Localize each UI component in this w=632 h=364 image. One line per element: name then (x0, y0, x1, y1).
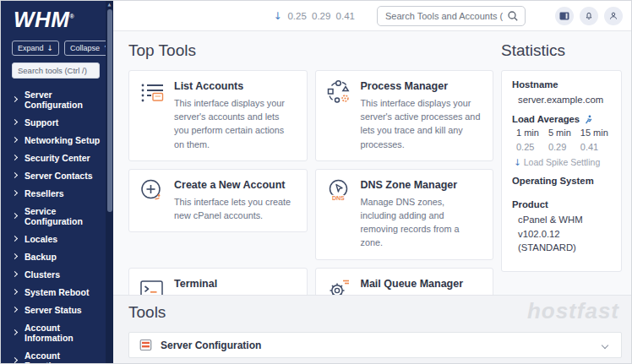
card-title: Create a New Account (174, 179, 297, 191)
card-title: DNS Zone Manager (361, 179, 483, 191)
accordion-server-configuration[interactable]: Server Configuration (128, 332, 622, 358)
dns-zone-icon: DNS (326, 178, 351, 204)
main-content: Top Tools List Accoun (113, 31, 631, 363)
topbar-search (377, 6, 526, 26)
chevron-right-icon (12, 119, 18, 125)
user-button[interactable] (604, 7, 623, 25)
apps-panel-button[interactable] (555, 7, 574, 25)
load-trend-down-icon: ↓ (273, 10, 281, 22)
sidebar-item-service-configuration[interactable]: Service Configuration (1, 202, 113, 230)
sidebar-item-system-reboot[interactable]: System Reboot (1, 283, 113, 301)
mail-queue-icon (326, 277, 351, 296)
chevron-right-icon (12, 213, 18, 219)
tools-section: hostfast Tools Server Configuration (113, 295, 631, 363)
chevron-right-icon (12, 289, 18, 295)
whm-screen: WHM® Expand ↓ Collapse ↑ Server Configur… (0, 0, 632, 364)
sidebar-scrollbar-thumb[interactable] (107, 9, 112, 212)
create-account-icon (139, 178, 165, 204)
operating-system-label: Operating System (512, 176, 611, 186)
sidebar-controls: Expand ↓ Collapse ↑ (1, 33, 113, 56)
chevron-right-icon (12, 253, 18, 259)
chevron-right-icon (12, 357, 18, 363)
card-title: Terminal (174, 278, 297, 290)
sidebar-item-server-configuration[interactable]: Server Configuration (1, 85, 113, 113)
hostname-value: server.example.com (512, 93, 611, 106)
chevron-right-icon (12, 155, 18, 160)
expand-button[interactable]: Expand ↓ (12, 41, 59, 56)
scroll-up-icon[interactable]: ▲ (106, 2, 113, 7)
sidebar-scrollbar[interactable]: ▲ (106, 1, 113, 363)
search-icon (506, 9, 520, 23)
notifications-button[interactable] (580, 7, 598, 25)
card-mail-queue-manager[interactable]: Mail Queue Manager This interface lets y… (315, 268, 494, 296)
list-accounts-icon (139, 79, 165, 105)
card-create-new-account[interactable]: Create a New Account This interface lets… (128, 169, 308, 232)
whm-logo: WHM® (1, 1, 113, 33)
sidebar-search-input[interactable] (12, 62, 100, 79)
chevron-right-icon (12, 137, 18, 143)
card-process-manager[interactable]: Process Manager This interface displays … (315, 70, 494, 161)
topbar-search-input[interactable] (377, 6, 526, 26)
sidebar: WHM® Expand ↓ Collapse ↑ Server Configur… (1, 1, 113, 363)
card-title: List Accounts (174, 80, 297, 92)
product-label: Product (512, 199, 611, 209)
sidebar-item-server-status[interactable]: Server Status (1, 301, 113, 318)
server-icon (139, 339, 152, 351)
sidebar-item-support[interactable]: Support (1, 113, 113, 131)
sidebar-item-backup[interactable]: Backup (1, 247, 113, 265)
card-title: Process Manager (361, 80, 483, 92)
chevron-right-icon (12, 236, 18, 242)
svg-text:DNS: DNS (332, 194, 345, 200)
chevron-down-icon (602, 341, 608, 348)
bell-icon (583, 10, 595, 22)
arrow-down-icon: ↓ (514, 157, 521, 167)
hostfast-watermark: hostfast (527, 298, 619, 324)
statistics-card: Hostname server.example.com Load Average… (501, 70, 622, 272)
chevron-right-icon (12, 96, 18, 102)
apps-panel-icon (558, 10, 570, 22)
card-description: Manage DNS zones, including adding and r… (361, 195, 483, 250)
sidebar-item-locales[interactable]: Locales (1, 230, 113, 247)
top-tools-section: Top Tools List Accoun (128, 41, 493, 295)
chevron-right-icon (12, 307, 18, 312)
load-averages-label: Load Averages (512, 114, 611, 124)
card-terminal[interactable]: Terminal This interface provides an in-b… (128, 268, 308, 296)
product-value: cPanel & WHM v102.0.12 (STANDARD) (512, 213, 611, 254)
card-dns-zone-manager[interactable]: DNS DNS Zone Manager Manage DNS zones, i… (315, 169, 494, 260)
chevron-right-icon (12, 190, 18, 196)
sidebar-item-server-contacts[interactable]: Server Contacts (1, 166, 113, 184)
topbar-load-averages[interactable]: 0.25 0.29 0.41 (287, 11, 355, 21)
card-list-accounts[interactable]: List Accounts This interface displays yo… (128, 70, 308, 161)
registered-mark: ® (69, 14, 74, 19)
arrow-down-icon: ↓ (47, 44, 54, 52)
card-description: This interface displays your server's ac… (174, 96, 297, 151)
sidebar-item-account-information[interactable]: Account Information (1, 318, 113, 346)
top-tools-grid: List Accounts This interface displays yo… (128, 70, 493, 295)
chevron-right-icon (12, 271, 18, 277)
sidebar-item-clusters[interactable]: Clusters (1, 265, 113, 283)
load-averages-table: 1 min 5 min 15 min 0.25 0.29 0.41 (512, 128, 611, 152)
topbar: ↓ 0.25 0.29 0.41 (113, 1, 631, 31)
sidebar-item-security-center[interactable]: Security Center (1, 149, 113, 166)
card-description: This interface displays your server's ac… (361, 96, 483, 151)
top-tools-title: Top Tools (128, 41, 493, 60)
user-icon (607, 10, 619, 22)
load-spike-settling-link[interactable]: ↓ Load Spike Settling (514, 157, 611, 167)
top-row: Top Tools List Accoun (113, 31, 631, 295)
terminal-icon (139, 277, 165, 296)
process-manager-icon (326, 79, 351, 105)
hostname-label: Hostname (512, 79, 611, 90)
statistics-title: Statistics (501, 41, 622, 60)
chevron-right-icon (12, 329, 18, 335)
sidebar-nav: Server Configuration Support Networking … (1, 85, 113, 364)
accordion-label: Server Configuration (161, 340, 594, 351)
statistics-section: Statistics Hostname server.example.com L… (501, 41, 622, 295)
runner-icon (584, 115, 593, 124)
sidebar-item-networking-setup[interactable]: Networking Setup (1, 131, 113, 149)
sidebar-item-account-functions[interactable]: Account Functions (1, 346, 113, 364)
chevron-right-icon (12, 172, 18, 178)
card-description: This interface lets you create new cPane… (174, 195, 297, 222)
sidebar-item-resellers[interactable]: Resellers (1, 184, 113, 202)
card-title: Mail Queue Manager (361, 278, 483, 290)
